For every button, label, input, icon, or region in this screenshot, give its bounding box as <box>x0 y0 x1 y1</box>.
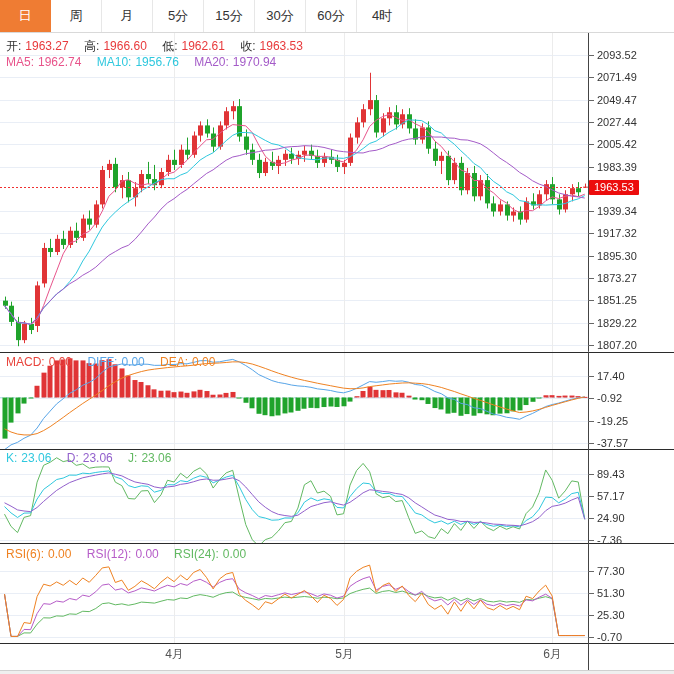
period-tabbar: 日 周 月 5分 15分 30分 60分 4时 <box>0 0 674 33</box>
axis-tick-label: 1873.27 <box>597 272 671 284</box>
tab-monthly[interactable]: 月 <box>102 0 153 32</box>
axis-tick-label: 17.40 <box>597 370 671 382</box>
tab-5min[interactable]: 5分 <box>153 0 204 32</box>
d-label: D: <box>67 451 79 465</box>
high-label: 高: <box>84 39 99 53</box>
xaxis-label-april: 4月 <box>160 646 190 663</box>
xaxis-label-june: 6月 <box>538 646 568 663</box>
chart-canvas[interactable] <box>0 0 674 674</box>
open-value: 1963.27 <box>25 39 68 53</box>
current-price-badge: 1963.53 <box>589 180 639 195</box>
axis-tick-label: 2093.52 <box>597 49 671 61</box>
rsi6-value: 0.00 <box>48 547 71 561</box>
diff-value: 0.00 <box>121 355 144 369</box>
axis-tick-label: 1939.34 <box>597 205 671 217</box>
axis-tick-label: 2071.49 <box>597 71 671 83</box>
rsi-legend: RSI(6):0.00 RSI(12):0.00 RSI(24):0.00 <box>6 547 250 561</box>
macd-label: MACD: <box>6 355 45 369</box>
macd-legend: MACD:0.00 DIFF:0.00 DEA:0.00 <box>6 355 219 369</box>
tab-weekly[interactable]: 周 <box>51 0 102 32</box>
ma-legend: MA5:1962.74 MA10:1956.76 MA20:1970.94 <box>6 55 280 69</box>
axis-tick-label: 2049.47 <box>597 94 671 106</box>
rsi24-value: 0.00 <box>223 547 246 561</box>
ma10-label: MA10: <box>97 55 132 69</box>
axis-tick-label: 1851.25 <box>597 294 671 306</box>
axis-tick-label: 1917.32 <box>597 227 671 239</box>
axis-tick-label: 89.43 <box>597 468 671 480</box>
dea-value: 0.00 <box>192 355 215 369</box>
rsi12-value: 0.00 <box>135 547 158 561</box>
low-value: 1962.61 <box>182 39 225 53</box>
ohlc-legend: 开:1963.27 高:1966.60 低:1962.61 收:1963.53 <box>6 38 307 55</box>
diff-label: DIFF: <box>87 355 117 369</box>
rsi12-label: RSI(12): <box>87 547 132 561</box>
axis-tick-label: -0.92 <box>597 392 671 404</box>
j-label: J: <box>128 451 137 465</box>
k-label: K: <box>6 451 17 465</box>
k-value: 23.06 <box>21 451 51 465</box>
tab-4hour[interactable]: 4时 <box>357 0 408 32</box>
ma20-value: 1970.94 <box>233 55 276 69</box>
axis-tick-label: 77.30 <box>597 565 671 577</box>
tab-30min[interactable]: 30分 <box>255 0 306 32</box>
tab-60min[interactable]: 60分 <box>306 0 357 32</box>
axis-tick-label: 57.17 <box>597 490 671 502</box>
j-value: 23.06 <box>141 451 171 465</box>
macd-value: 0.00 <box>49 355 72 369</box>
ma20-label: MA20: <box>194 55 229 69</box>
d-value: 23.06 <box>83 451 113 465</box>
high-value: 1966.60 <box>103 39 146 53</box>
tab-daily[interactable]: 日 <box>0 0 51 32</box>
open-label: 开: <box>6 39 21 53</box>
dea-label: DEA: <box>160 355 188 369</box>
kdj-legend: K:23.06 D:23.06 J:23.06 <box>6 451 175 465</box>
ma5-value: 1962.74 <box>38 55 81 69</box>
close-value: 1963.53 <box>260 39 303 53</box>
axis-tick-label: 2027.44 <box>597 116 671 128</box>
rsi24-label: RSI(24): <box>174 547 219 561</box>
axis-tick-label: 51.30 <box>597 587 671 599</box>
axis-tick-label: 24.90 <box>597 512 671 524</box>
axis-tick-label: 1983.39 <box>597 161 671 173</box>
axis-tick-label: -19.25 <box>597 415 671 427</box>
xaxis-label-may: 5月 <box>330 646 360 663</box>
ma10-value: 1956.76 <box>135 55 178 69</box>
axis-tick-label: -37.57 <box>597 437 671 449</box>
trading-chart-app: 日 周 月 5分 15分 30分 60分 4时 开:1963.27 高:1966… <box>0 0 674 674</box>
axis-tick-label: 1829.22 <box>597 317 671 329</box>
low-label: 低: <box>162 39 177 53</box>
rsi6-label: RSI(6): <box>6 547 44 561</box>
ma5-label: MA5: <box>6 55 34 69</box>
tab-15min[interactable]: 15分 <box>204 0 255 32</box>
axis-tick-label: -7.36 <box>597 534 671 546</box>
close-label: 收: <box>240 39 255 53</box>
axis-tick-label: 2005.42 <box>597 138 671 150</box>
axis-tick-label: 1895.30 <box>597 250 671 262</box>
axis-tick-label: 25.30 <box>597 609 671 621</box>
axis-tick-label: 1807.20 <box>597 339 671 351</box>
axis-tick-label: -0.70 <box>597 631 671 643</box>
